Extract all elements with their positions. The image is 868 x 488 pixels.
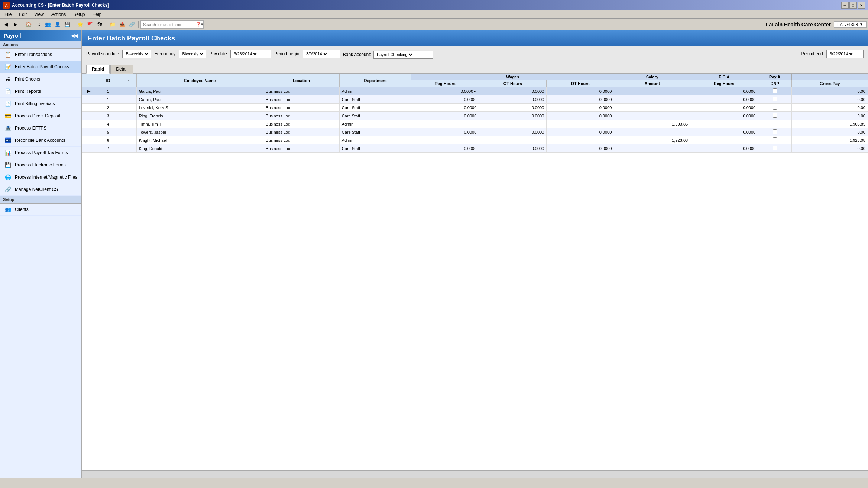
dnp-checkbox[interactable] bbox=[773, 137, 777, 142]
menu-file[interactable]: File bbox=[2, 12, 14, 17]
menu-help[interactable]: Help bbox=[90, 12, 104, 17]
row-dnp-cell[interactable] bbox=[758, 144, 792, 153]
sidebar-item-process-direct-deposit[interactable]: 💳 Process Direct Deposit bbox=[0, 110, 81, 122]
search-input[interactable] bbox=[143, 22, 194, 27]
bank-account-dropdown[interactable]: Payroll Checking bbox=[375, 52, 414, 57]
dnp-checkbox[interactable] bbox=[773, 97, 777, 101]
period-begin-select[interactable]: 3/9/2014 bbox=[303, 50, 340, 58]
pay-date-dropdown[interactable]: 3/28/2014 bbox=[232, 51, 258, 56]
sidebar-item-process-internet-magnetic[interactable]: 🌐 Process Internet/Magnetic Files bbox=[0, 171, 81, 183]
minimize-button[interactable]: ─ bbox=[841, 2, 849, 9]
sidebar-item-process-tax-forms[interactable]: 📊 Process Payroll Tax Forms bbox=[0, 147, 81, 159]
people-button[interactable]: 👥 bbox=[43, 20, 52, 29]
sidebar-item-manage-netclient[interactable]: 🔗 Manage NetClient CS bbox=[0, 183, 81, 196]
reg-hours-dropdown-arrow[interactable]: ▼ bbox=[473, 90, 476, 94]
maximize-button[interactable]: □ bbox=[849, 2, 857, 9]
menu-actions[interactable]: Actions bbox=[49, 12, 68, 17]
menu-setup[interactable]: Setup bbox=[71, 12, 87, 17]
dnp-checkbox[interactable] bbox=[773, 121, 777, 126]
pay-date-select[interactable]: 3/28/2014 bbox=[230, 50, 271, 58]
dnp-checkbox[interactable] bbox=[773, 129, 777, 134]
back-button[interactable]: ◀ bbox=[1, 20, 10, 29]
table-row[interactable]: ▶1Garcia, PaulBusiness LocAdmin0.0000▼0.… bbox=[82, 87, 868, 95]
col-ot-hours-header[interactable]: OT Hours bbox=[479, 80, 547, 87]
col-dt-hours-header[interactable]: DT Hours bbox=[547, 80, 614, 87]
row-eic-reg-hours-cell: 0.0000 bbox=[690, 128, 758, 136]
row-dnp-cell[interactable] bbox=[758, 136, 792, 144]
dnp-checkbox[interactable] bbox=[773, 105, 777, 110]
row-salary-amount-cell: 1,923.08 bbox=[614, 136, 690, 144]
sidebar-item-print-reports[interactable]: 📄 Print Reports bbox=[0, 85, 81, 98]
col-gross-pay-header[interactable]: Gross Pay bbox=[792, 80, 868, 87]
sidebar-item-label: Print Reports bbox=[15, 89, 41, 94]
col-employee-name-header[interactable]: Employee Name bbox=[136, 74, 263, 87]
row-dnp-cell[interactable] bbox=[758, 87, 792, 95]
row-dnp-cell[interactable] bbox=[758, 104, 792, 112]
col-dnp-header[interactable]: DNP bbox=[758, 80, 792, 87]
sidebar-item-enter-transactions[interactable]: 📋 Enter Transactions bbox=[0, 49, 81, 61]
sidebar-item-process-electronic-forms[interactable]: 💾 Process Electronic Forms bbox=[0, 159, 81, 171]
link-button[interactable]: 🔗 bbox=[127, 20, 136, 29]
sidebar-item-enter-batch-payroll-checks[interactable]: 📝 Enter Batch Payroll Checks bbox=[0, 61, 81, 73]
dnp-checkbox[interactable] bbox=[773, 113, 777, 118]
menu-view[interactable]: View bbox=[32, 12, 46, 17]
payroll-schedule-select[interactable]: Bi-weekly bbox=[122, 50, 151, 58]
payroll-schedule-dropdown[interactable]: Bi-weekly bbox=[124, 51, 149, 56]
add-person-button[interactable]: 👤 bbox=[53, 20, 62, 29]
dnp-checkbox[interactable] bbox=[773, 146, 777, 150]
table-row[interactable]: 2Levedel, Kelly SBusiness LocCare Staff0… bbox=[82, 104, 868, 112]
period-begin-dropdown[interactable]: 3/9/2014 bbox=[305, 51, 328, 56]
tab-detail[interactable]: Detail bbox=[110, 65, 133, 74]
home-button[interactable]: 🏠 bbox=[24, 20, 33, 29]
sidebar-collapse-button[interactable]: ◀◀ bbox=[71, 33, 78, 38]
sidebar-item-print-billing-invoices[interactable]: 🧾 Print Billing Invoices bbox=[0, 98, 81, 110]
col-reg-hours-header[interactable]: Reg Hours bbox=[411, 80, 479, 87]
sidebar-item-print-checks[interactable]: 🖨 Print Checks bbox=[0, 73, 81, 85]
frequency-select[interactable]: Biweekly bbox=[179, 50, 206, 58]
frequency-dropdown[interactable]: Biweekly bbox=[181, 51, 204, 56]
period-end-dropdown[interactable]: 3/22/2014 bbox=[828, 51, 854, 56]
search-box[interactable]: ❓▾ bbox=[140, 20, 204, 29]
col-department-header[interactable]: Department bbox=[339, 74, 411, 87]
col-location-header[interactable]: Location bbox=[263, 74, 340, 87]
dnp-checkbox[interactable] bbox=[773, 88, 777, 93]
bank-account-select[interactable]: Payroll Checking bbox=[373, 51, 433, 59]
row-gross-pay-cell: 0.00 bbox=[792, 87, 868, 95]
table-row[interactable]: 7King, DonaldBusiness LocCare Staff0.000… bbox=[82, 144, 868, 153]
table-row[interactable]: 4Timm, Tim TBusiness LocAdmin1,903.851,9… bbox=[82, 120, 868, 128]
company-id-selector[interactable]: LALA4358 ▼ bbox=[834, 21, 867, 28]
tab-rapid[interactable]: Rapid bbox=[86, 65, 110, 74]
company-dropdown-arrow[interactable]: ▼ bbox=[859, 22, 863, 26]
row-dnp-cell[interactable] bbox=[758, 128, 792, 136]
col-sort-header[interactable]: ↑ bbox=[121, 74, 136, 87]
table-row[interactable]: 1Garcia, PaulBusiness LocCare Staff0.000… bbox=[82, 95, 868, 104]
save-button[interactable]: 💾 bbox=[63, 20, 72, 29]
flag-button[interactable]: 🚩 bbox=[85, 20, 94, 29]
menu-edit[interactable]: Edit bbox=[17, 12, 29, 17]
col-eic-reg-hours-header[interactable]: Reg Hours bbox=[690, 80, 758, 87]
row-dnp-cell[interactable] bbox=[758, 120, 792, 128]
forward-button[interactable]: ▶ bbox=[11, 20, 20, 29]
row-dnp-cell[interactable] bbox=[758, 112, 792, 120]
table-row[interactable]: 5Towers, JasperBusiness LocCare Staff0.0… bbox=[82, 128, 868, 136]
page-title-text: Enter Batch Payroll Checks bbox=[88, 35, 175, 42]
row-sort-cell bbox=[121, 87, 136, 95]
upload-button[interactable]: 📤 bbox=[118, 20, 127, 29]
sidebar-item-clients[interactable]: 👥 Clients bbox=[0, 204, 81, 216]
help-icon[interactable]: ❓▾ bbox=[196, 22, 203, 27]
sidebar-item-process-eftps[interactable]: 🏦 Process EFTPS bbox=[0, 122, 81, 134]
map-button[interactable]: 🗺 bbox=[95, 20, 104, 29]
table-row[interactable]: 6Knight, MichaelBusiness LocAdmin1,923.0… bbox=[82, 136, 868, 144]
row-dnp-cell[interactable] bbox=[758, 95, 792, 104]
row-id-cell: 1 bbox=[95, 95, 121, 104]
close-button[interactable]: ✕ bbox=[858, 2, 865, 9]
row-gross-pay-cell: 0.00 bbox=[792, 128, 868, 136]
file-button[interactable]: 📁 bbox=[108, 20, 117, 29]
col-salary-amount-header[interactable]: Amount bbox=[614, 80, 690, 87]
table-row[interactable]: 3Ring, FrancisBusiness LocCare Staff0.00… bbox=[82, 112, 868, 120]
sidebar-item-reconcile-bank[interactable]: 🏧 Reconcile Bank Accounts bbox=[0, 134, 81, 147]
print-button[interactable]: 🖨 bbox=[34, 20, 43, 29]
period-end-select[interactable]: 3/22/2014 bbox=[826, 50, 864, 58]
star-button[interactable]: ⭐ bbox=[76, 20, 85, 29]
col-id-header[interactable]: ID bbox=[95, 74, 121, 87]
